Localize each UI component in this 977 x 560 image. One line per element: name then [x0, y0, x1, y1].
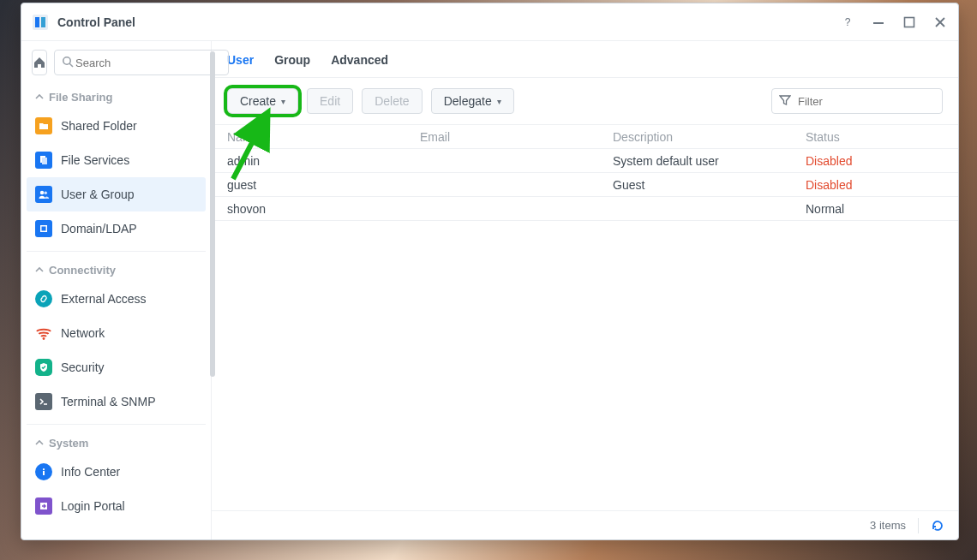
sidebar-item-shared-folder[interactable]: Shared Folder: [27, 109, 206, 143]
cell-status: Disabled: [790, 178, 927, 192]
home-button[interactable]: [32, 50, 47, 75]
toolbar: Create ▾ Edit Delete Delegate ▾: [212, 78, 958, 125]
sidebar-item-label: Terminal & SNMP: [61, 395, 155, 408]
app-icon: [32, 14, 49, 31]
footer: 3 items: [212, 510, 958, 539]
col-header-description[interactable]: Description: [597, 130, 790, 144]
caret-down-icon: ▾: [497, 97, 501, 106]
button-label: Create: [240, 94, 276, 108]
svg-rect-9: [42, 158, 47, 164]
svg-text:?: ?: [845, 16, 851, 28]
tab-advanced[interactable]: Advanced: [331, 53, 388, 77]
col-header-label: Name: [227, 130, 259, 144]
titlebar: Control Panel ?: [21, 3, 958, 41]
svg-rect-13: [42, 227, 46, 231]
window-title: Control Panel: [57, 15, 135, 29]
section-system[interactable]: System: [27, 430, 206, 455]
section-connectivity[interactable]: Connectivity: [27, 257, 206, 282]
create-button[interactable]: Create ▾: [227, 88, 298, 114]
sidebar-item-info-center[interactable]: Info Center: [27, 455, 206, 489]
filter-icon: [779, 94, 791, 109]
svg-point-11: [44, 191, 47, 194]
domain-icon: [35, 220, 52, 237]
chevron-up-icon: [35, 437, 44, 450]
col-header-name[interactable]: Name ▴: [212, 130, 405, 144]
svg-rect-5: [905, 17, 914, 27]
info-icon: [35, 463, 52, 480]
sidebar-item-label: Network: [61, 326, 105, 340]
sidebar-item-label: Info Center: [61, 465, 120, 479]
sidebar: File Sharing Shared Folder File Services…: [21, 41, 212, 539]
filter-field[interactable]: [771, 88, 943, 114]
table-row[interactable]: shovonNormal: [212, 197, 958, 221]
help-button[interactable]: ?: [840, 15, 855, 30]
button-label: Delegate: [444, 94, 492, 108]
maximize-button[interactable]: [902, 15, 917, 30]
svg-point-16: [43, 468, 45, 470]
svg-rect-4: [873, 22, 884, 24]
sidebar-item-domain-ldap[interactable]: Domain/LDAP: [27, 211, 206, 246]
item-count: 3 items: [870, 519, 906, 532]
table-header: Name ▴ Email Description Status: [212, 125, 958, 149]
svg-rect-17: [43, 471, 45, 475]
sidebar-item-label: External Access: [61, 292, 147, 306]
col-header-email[interactable]: Email: [405, 130, 597, 144]
users-icon: [35, 186, 52, 203]
table-row[interactable]: adminSystem default userDisabled: [212, 149, 958, 173]
sidebar-item-external-access[interactable]: External Access: [27, 282, 206, 316]
tab-group[interactable]: Group: [274, 53, 310, 77]
table-row[interactable]: guestGuestDisabled: [212, 173, 958, 197]
section-title-label: Connectivity: [49, 264, 116, 277]
cell-name: admin: [212, 154, 405, 168]
link-icon: [35, 290, 52, 307]
sidebar-item-network[interactable]: Network: [27, 316, 206, 350]
tabs: User Group Advanced: [212, 41, 958, 78]
footer-divider: [918, 518, 919, 533]
sidebar-item-security[interactable]: Security: [27, 350, 206, 384]
sidebar-item-file-services[interactable]: File Services: [27, 143, 206, 177]
search-icon: [62, 56, 74, 70]
section-file-sharing[interactable]: File Sharing: [27, 84, 206, 109]
chevron-up-icon: [35, 91, 44, 104]
delegate-button[interactable]: Delegate ▾: [431, 88, 514, 114]
cell-status: Disabled: [790, 154, 927, 168]
sidebar-item-login-portal[interactable]: Login Portal: [27, 489, 206, 523]
sidebar-separator: [27, 251, 206, 252]
sidebar-item-label: File Services: [61, 153, 129, 167]
sidebar-search[interactable]: [54, 50, 229, 75]
sidebar-item-label: Shared Folder: [61, 119, 137, 133]
sidebar-item-terminal-snmp[interactable]: Terminal & SNMP: [27, 384, 206, 419]
sidebar-scrollbar[interactable]: [210, 51, 215, 377]
filter-input[interactable]: [796, 94, 944, 109]
search-input[interactable]: [74, 56, 221, 70]
caret-down-icon: ▾: [281, 97, 285, 106]
close-button[interactable]: [932, 15, 948, 30]
sidebar-item-label: Domain/LDAP: [61, 222, 137, 235]
section-title-label: File Sharing: [49, 91, 112, 104]
sidebar-item-label: Security: [61, 360, 105, 374]
sort-asc-icon: ▴: [265, 134, 269, 143]
chevron-up-icon: [35, 264, 44, 277]
control-panel-window: Control Panel ?: [21, 3, 959, 540]
cell-description: Guest: [597, 178, 790, 192]
refresh-button[interactable]: [931, 519, 944, 533]
section-title-label: System: [49, 437, 88, 450]
svg-rect-0: [33, 15, 48, 30]
svg-rect-2: [41, 17, 45, 27]
table-body: adminSystem default userDisabledguestGue…: [212, 149, 958, 221]
cell-name: shovon: [212, 202, 405, 216]
main-content: User Group Advanced Create ▾ Edit Delete…: [212, 41, 958, 539]
window-controls: ?: [840, 15, 948, 30]
sidebar-item-user-group[interactable]: User & Group: [27, 177, 206, 211]
cell-name: guest: [212, 178, 405, 192]
col-header-status[interactable]: Status: [790, 130, 927, 144]
svg-point-6: [63, 57, 70, 63]
button-label: Edit: [320, 94, 340, 108]
minimize-button[interactable]: [871, 15, 886, 30]
cell-description: System default user: [597, 154, 790, 168]
folder-icon: [35, 117, 52, 134]
tab-user[interactable]: User: [227, 53, 254, 77]
svg-point-14: [43, 337, 45, 340]
edit-button[interactable]: Edit: [307, 88, 353, 114]
delete-button[interactable]: Delete: [362, 88, 422, 114]
